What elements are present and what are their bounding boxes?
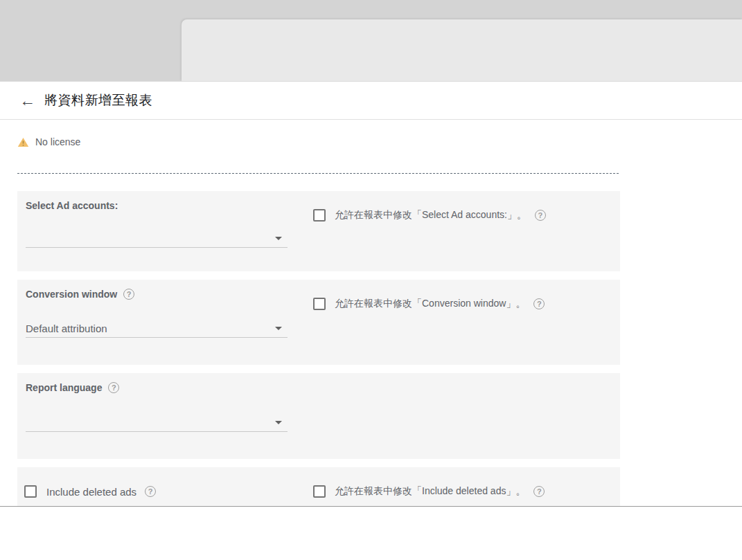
- background-panel: [182, 19, 742, 81]
- section-report-language: Report language ?: [17, 373, 620, 459]
- allow-modify-row: 允許在報表中修改「Include deleted ads」。 ?: [313, 485, 545, 498]
- chevron-down-icon: [275, 421, 282, 424]
- page-title: 將資料新增至報表: [44, 91, 152, 109]
- warning-icon: [17, 137, 29, 147]
- section-label-row: Select Ad accounts:: [26, 200, 118, 211]
- help-icon[interactable]: ?: [108, 382, 119, 393]
- ad-accounts-dropdown[interactable]: [26, 230, 288, 248]
- connector-config-panel: No license Select Ad accounts: 允許在報表中修改「…: [0, 120, 742, 507]
- allow-modify-row: 允許在報表中修改「Conversion window」。 ?: [313, 298, 545, 310]
- back-arrow-icon[interactable]: ←: [19, 93, 44, 109]
- help-icon[interactable]: ?: [533, 298, 545, 309]
- section-label: Report language: [26, 382, 102, 393]
- section-label: Conversion window: [26, 289, 117, 300]
- allow-modify-ad-accounts-checkbox[interactable]: [313, 209, 326, 222]
- allow-modify-label: 允許在報表中修改「Include deleted ads」。: [335, 485, 525, 498]
- report-language-dropdown[interactable]: [26, 414, 288, 432]
- dashed-divider: [17, 173, 619, 174]
- include-deleted-ads-label: Include deleted ads: [46, 486, 136, 498]
- add-data-dialog: ← 將資料新增至報表 No license Select Ad accounts…: [0, 81, 742, 560]
- section-label: Select Ad accounts:: [26, 200, 118, 211]
- allow-modify-row: 允許在報表中修改「Select Ad accounts:」。 ?: [313, 209, 546, 222]
- section-include-deleted-ads: Include deleted ads ? 允許在報表中修改「Include d…: [17, 467, 620, 506]
- chevron-down-icon: [275, 327, 282, 330]
- allow-modify-label: 允許在報表中修改「Select Ad accounts:」。: [335, 209, 527, 222]
- background-canvas: [0, 0, 742, 81]
- warning-text: No license: [35, 136, 80, 147]
- help-icon[interactable]: ?: [123, 289, 134, 300]
- license-warning: No license: [17, 135, 742, 149]
- dropdown-value: Default attribution: [26, 323, 107, 334]
- include-deleted-ads-row: Include deleted ads ?: [24, 485, 156, 498]
- allow-modify-label: 允許在報表中修改「Conversion window」。: [335, 298, 525, 310]
- section-conversion-window: Conversion window ? Default attribution …: [17, 280, 620, 365]
- help-icon[interactable]: ?: [535, 210, 546, 221]
- include-deleted-ads-checkbox[interactable]: [24, 485, 37, 498]
- section-select-ad-accounts: Select Ad accounts: 允許在報表中修改「Select Ad a…: [17, 191, 620, 271]
- help-icon[interactable]: ?: [533, 486, 545, 497]
- help-icon[interactable]: ?: [145, 486, 156, 497]
- section-label-row: Report language ?: [26, 382, 119, 393]
- dialog-header: ← 將資料新增至報表: [0, 82, 742, 120]
- allow-modify-include-deleted-checkbox[interactable]: [313, 485, 326, 498]
- conversion-window-dropdown[interactable]: Default attribution: [26, 320, 288, 338]
- chevron-down-icon: [275, 237, 282, 240]
- allow-modify-conversion-window-checkbox[interactable]: [313, 298, 326, 310]
- section-label-row: Conversion window ?: [26, 289, 134, 300]
